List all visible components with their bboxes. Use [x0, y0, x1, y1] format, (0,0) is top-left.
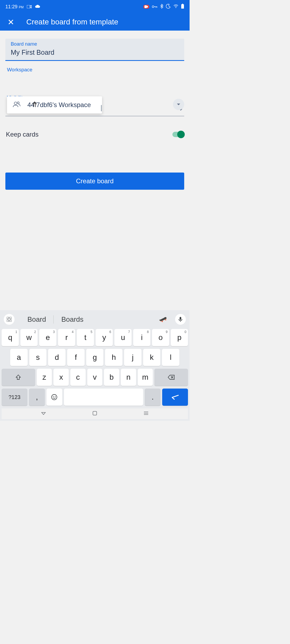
keyboard: Board Boards 🛹 1q2w3e4r5t6y7u8i9o0p asdf…	[0, 310, 190, 421]
keep-cards-row: Keep cards	[5, 131, 184, 138]
emoji-key[interactable]	[46, 389, 62, 406]
svg-rect-15	[180, 317, 181, 320]
keep-cards-toggle[interactable]	[172, 132, 184, 137]
app-grid-icon[interactable]	[4, 314, 15, 325]
key-j[interactable]: j	[124, 349, 142, 366]
key-h[interactable]: h	[105, 349, 122, 366]
svg-rect-22	[93, 411, 97, 415]
key-s[interactable]: s	[29, 349, 47, 366]
period-key[interactable]: .	[145, 389, 161, 406]
record-badge	[143, 5, 149, 9]
mic-icon[interactable]	[175, 314, 186, 325]
comma-key[interactable]: ,	[29, 389, 45, 406]
key-z[interactable]: z	[37, 369, 52, 386]
key-t[interactable]: 5t	[77, 329, 94, 346]
key-b[interactable]: b	[104, 369, 119, 386]
key-i[interactable]: 8i	[133, 329, 150, 346]
status-left: 11:29 PM	[5, 4, 40, 10]
svg-point-10	[17, 102, 19, 104]
app-header: ✕ Create board from template	[0, 13, 190, 31]
svg-point-21	[55, 396, 56, 397]
backspace-key[interactable]	[154, 369, 188, 386]
suggestion-2[interactable]: Boards	[53, 315, 91, 324]
key-a[interactable]: a	[10, 349, 28, 366]
status-right	[143, 4, 184, 10]
toggle-knob	[177, 131, 185, 138]
key-y[interactable]: 6y	[96, 329, 113, 346]
nav-recent-icon[interactable]	[144, 411, 148, 416]
key-l[interactable]: l	[162, 349, 179, 366]
svg-rect-14	[10, 320, 12, 322]
numeric-key[interactable]: ?123	[2, 389, 27, 406]
svg-rect-7	[182, 4, 183, 4]
cloud-icon	[35, 4, 40, 10]
suggestion-bar: Board Boards 🛹	[2, 313, 188, 329]
status-time: 11:29 PM	[5, 4, 24, 10]
wifi-icon	[173, 4, 178, 10]
page-title: Create board from template	[26, 18, 118, 26]
key-k[interactable]: k	[143, 349, 161, 366]
skateboard-emoji-suggestion[interactable]: 🛹	[159, 316, 167, 323]
suggestion-1[interactable]: Board	[20, 315, 53, 324]
key-row-1: 1q2w3e4r5t6y7u8i9o0p	[2, 329, 188, 346]
svg-point-20	[53, 396, 54, 397]
nav-home-icon[interactable]	[93, 411, 97, 416]
svg-point-6	[176, 8, 176, 8]
status-bar: 11:29 PM	[0, 0, 190, 13]
svg-rect-12	[10, 317, 12, 319]
key-m[interactable]: m	[138, 369, 153, 386]
svg-point-9	[14, 102, 17, 105]
form-content: Board name My First Board Workspace Visi…	[0, 31, 190, 198]
nav-bar	[2, 408, 188, 419]
workspace-dropdown-arrow[interactable]	[173, 99, 184, 110]
key-p[interactable]: 0p	[171, 329, 188, 346]
key-g[interactable]: g	[86, 349, 104, 366]
close-icon[interactable]: ✕	[8, 17, 14, 27]
key-row-3: zxcvbnm	[2, 369, 188, 386]
shift-key[interactable]	[2, 369, 35, 386]
board-name-field[interactable]: Board name My First Board	[5, 39, 184, 61]
svg-point-2	[152, 6, 154, 8]
create-board-button[interactable]: Create board	[5, 173, 184, 190]
key-d[interactable]: d	[48, 349, 66, 366]
board-name-label: Board name	[11, 41, 179, 47]
camera-icon	[27, 4, 32, 10]
svg-rect-11	[7, 317, 9, 319]
space-key[interactable]	[64, 389, 143, 406]
moon-icon	[166, 4, 171, 10]
key-row-2: asdfghjkl	[2, 349, 188, 366]
people-icon	[13, 101, 20, 108]
key-w[interactable]: 2w	[20, 329, 38, 346]
battery-icon	[181, 4, 184, 10]
svg-rect-1	[144, 5, 147, 8]
key-r[interactable]: 4r	[58, 329, 75, 346]
workspace-label: Workspace	[7, 67, 184, 73]
svg-point-19	[52, 394, 57, 400]
key-n[interactable]: n	[121, 369, 136, 386]
svg-rect-0	[27, 5, 30, 8]
dropdown-scrollbar[interactable]	[101, 105, 102, 111]
key-x[interactable]: x	[53, 369, 69, 386]
vpn-key-icon	[152, 4, 157, 10]
board-name-input[interactable]: My First Board	[11, 49, 179, 56]
mouse-cursor-icon	[32, 101, 37, 109]
svg-rect-13	[7, 320, 9, 322]
workspace-dropdown-option[interactable]: 44f7dbf6's Workspace	[7, 96, 102, 114]
key-u[interactable]: 7u	[114, 329, 132, 346]
key-q[interactable]: 1q	[2, 329, 19, 346]
keep-cards-label: Keep cards	[6, 131, 38, 138]
key-v[interactable]: v	[87, 369, 103, 386]
svg-rect-8	[181, 4, 184, 9]
bluetooth-icon	[160, 4, 163, 10]
enter-key[interactable]	[162, 389, 188, 406]
key-row-4: ?123 , .	[2, 389, 188, 406]
nav-back-icon[interactable]	[41, 411, 46, 416]
key-o[interactable]: 9o	[152, 329, 169, 346]
key-c[interactable]: c	[70, 369, 86, 386]
key-e[interactable]: 3e	[39, 329, 56, 346]
key-f[interactable]: f	[67, 349, 85, 366]
